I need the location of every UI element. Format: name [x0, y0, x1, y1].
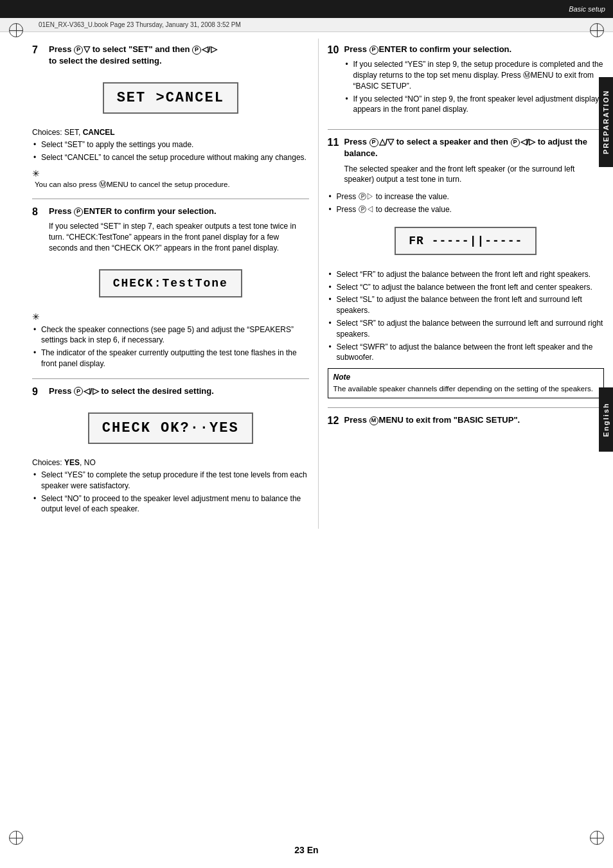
step-11-press-list: Press Ⓟ▷ to increase the value. Press Ⓟ◁…	[328, 191, 605, 215]
step-12-heading: Press MMENU to exit from "BASIC SETUP".	[344, 414, 605, 426]
header-section-title: Basic setup	[569, 5, 605, 13]
step-10-number: 10	[328, 44, 342, 56]
circle-p6-icon: P	[369, 138, 378, 147]
left-column: 7 Press P▽ to select "SET" and then P◁/▷…	[0, 39, 319, 529]
circle-p5-icon: P	[369, 46, 378, 55]
step-9-display-container: CHECK OK?··YES	[32, 406, 309, 450]
step-11-bullets: Select “FR” to adjust the balance betwee…	[328, 269, 605, 363]
list-item: If you selected “NO” in step 9, the fron…	[344, 94, 605, 116]
step-11-intro: The selected speaker and the front left …	[344, 164, 605, 186]
list-item: Select “CANCEL” to cancel the setup proc…	[32, 152, 309, 163]
step-10-block: 10 Press PENTER to confirm your selectio…	[328, 44, 605, 120]
section-divider-2	[32, 378, 309, 379]
section-divider-4	[328, 407, 605, 408]
corner-mark-br	[590, 831, 604, 845]
list-item: The indicator of the speaker currently o…	[32, 348, 309, 369]
step-7-block: 7 Press P▽ to select "SET" and then P◁/▷…	[32, 44, 309, 190]
section-divider-3	[328, 129, 605, 130]
circle-p3-icon: P	[74, 208, 83, 217]
section-divider-1	[32, 199, 309, 199]
step-11-display-container: FR -----||-----	[328, 220, 605, 261]
page-number: 23 En	[294, 845, 318, 855]
page-footer: 23 En	[0, 845, 613, 855]
list-item: Select “SET” to apply the settings you m…	[32, 139, 309, 150]
list-item: Select “C” to adjust the balance between…	[328, 282, 605, 293]
step-8-number: 8	[32, 206, 46, 218]
step-8-content: Press PENTER to confirm your selection. …	[49, 206, 309, 258]
list-item: Select “SR” to adjust the balance betwee…	[328, 318, 605, 340]
circle-p2-icon: P	[192, 46, 201, 55]
step-9-display: CHECK OK?··YES	[88, 412, 253, 444]
step-9-heading: Press P◁/▷ to select the desired setting…	[49, 385, 309, 397]
file-info-bar: 01EN_RX-V363_U.book Page 23 Thursday, Ja…	[0, 18, 613, 32]
list-item: Select “NO” to proceed to the speaker le…	[32, 493, 309, 515]
step-12-number: 12	[328, 415, 342, 427]
note-box: Note The available speaker channels diff…	[328, 368, 605, 398]
circle-p4-icon: P	[74, 387, 83, 396]
step-10-bullets: If you selected “YES” in step 9, the set…	[344, 59, 605, 115]
list-item: Press Ⓟ▷ to increase the value.	[328, 191, 605, 202]
tip-icon-8: ✳	[32, 312, 309, 322]
step-8-block: 8 Press PENTER to confirm your selection…	[32, 206, 309, 369]
step-11-display: FR -----||-----	[395, 227, 537, 255]
step-12-content: Press MMENU to exit from "BASIC SETUP".	[344, 414, 605, 430]
step-8-body: If you selected “SET” in step 7, each sp…	[49, 221, 309, 253]
list-item: Select “YES” to complete the setup proce…	[32, 470, 309, 492]
header-bar: Basic setup	[0, 0, 613, 18]
step-8-tip-bullets: Check the speaker connections (see page …	[32, 324, 309, 369]
english-tab: English	[599, 387, 613, 452]
note-text: The available speaker channels differ de…	[333, 384, 599, 394]
main-content: 7 Press P▽ to select "SET" and then P◁/▷…	[0, 32, 613, 529]
step-12-block: 12 Press MMENU to exit from "BASIC SETUP…	[328, 414, 605, 430]
step-9-number: 9	[32, 386, 46, 398]
step-9-block: 9 Press P◁/▷ to select the desired setti…	[32, 385, 309, 515]
step-7-display: SET >CANCEL	[103, 82, 238, 114]
list-item: Select “SL” to adjust the balance betwee…	[328, 294, 605, 316]
list-item: Select “FR” to adjust the balance betwee…	[328, 269, 605, 280]
step-7-bullets: Select “SET” to apply the settings you m…	[32, 139, 309, 163]
list-item: Press Ⓟ◁ to decrease the value.	[328, 204, 605, 215]
step-7-display-container: SET >CANCEL	[32, 76, 309, 120]
circle-m-icon: M	[369, 416, 378, 425]
step-8-display: CHECK:TestTone	[99, 269, 242, 297]
list-item: Select “SWFR” to adjust the balance betw…	[328, 342, 605, 364]
step-9-bullets: Select “YES” to complete the setup proce…	[32, 470, 309, 515]
step-10-heading: Press PENTER to confirm your selection.	[344, 44, 605, 55]
step-7-number: 7	[32, 44, 46, 56]
step-9-content: Press P◁/▷ to select the desired setting…	[49, 385, 309, 401]
step-7-content: Press P▽ to select "SET" and then P◁/▷to…	[49, 44, 309, 71]
step-8-display-container: CHECK:TestTone	[32, 263, 309, 304]
file-info-text: 01EN_RX-V363_U.book Page 23 Thursday, Ja…	[39, 21, 241, 28]
circle-p-icon: P	[74, 46, 83, 55]
step-7-heading: Press P▽ to select "SET" and then P◁/▷to…	[49, 44, 309, 67]
right-column: PREPARATION 10 Press PENTER to confirm y…	[319, 39, 614, 529]
list-item: Check the speaker connections (see page …	[32, 324, 309, 346]
step-11-block: 11 Press P△/▽ to select a speaker and th…	[328, 136, 605, 398]
corner-mark-bl	[9, 831, 23, 845]
note-label: Note	[333, 373, 599, 382]
list-item: If you selected “YES” in step 9, the set…	[344, 59, 605, 91]
step-11-number: 11	[328, 137, 342, 148]
step-8-heading: Press PENTER to confirm your selection.	[49, 206, 309, 217]
step-10-content: Press PENTER to confirm your selection. …	[344, 44, 605, 120]
step-11-heading: Press P△/▽ to select a speaker and then …	[344, 136, 605, 159]
step-7-choices: Choices: SET, CANCEL	[32, 128, 309, 137]
tip-text-7: You can also press ⓂMENU to cancel the s…	[32, 180, 309, 190]
step-9-choices: Choices: YES, NO	[32, 458, 309, 467]
step-11-content: Press P△/▽ to select a speaker and then …	[344, 136, 605, 189]
tip-icon-7: ✳	[32, 168, 309, 179]
circle-p7-icon: P	[511, 138, 520, 147]
